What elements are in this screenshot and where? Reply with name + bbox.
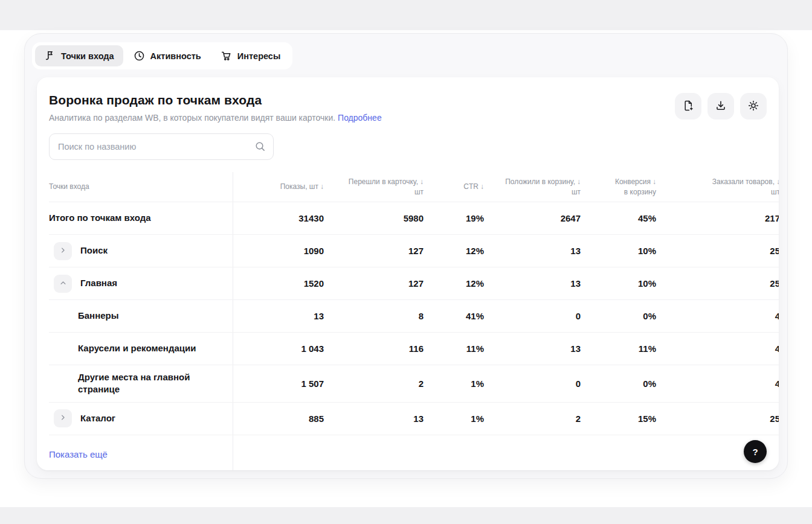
row-label-cell: Другие места на главной странице — [49, 365, 233, 402]
search-field-wrap — [49, 133, 274, 160]
metric-value: 25 — [656, 410, 779, 427]
table-row-main-page: Главная152012712%1310%25 — [49, 267, 779, 300]
metric-value: 15% — [581, 410, 656, 427]
metric-value: 0 — [484, 307, 581, 325]
tab-interests[interactable]: Интересы — [211, 45, 290, 66]
flag-icon — [44, 50, 56, 62]
page-bottom-background — [0, 507, 812, 524]
metric-value: 116 — [324, 340, 424, 357]
metric-value: 4 — [656, 375, 779, 392]
table-row-total: Итого по точкам входа31430598019%264745%… — [49, 202, 779, 235]
help-button[interactable]: ? — [744, 440, 767, 463]
metric-value: 127 — [324, 242, 424, 260]
gear-icon — [747, 100, 759, 113]
search-input[interactable] — [49, 133, 274, 160]
metric-value: 11% — [424, 340, 484, 357]
metric-value: 25 — [656, 275, 779, 292]
section-tabs: Точки входаАктивностьИнтересы — [32, 42, 292, 69]
page-top-background — [0, 0, 812, 30]
sort-arrow-down-icon: ↓ — [776, 177, 779, 186]
metric-value: 13 — [233, 307, 324, 325]
metric-value: 10% — [581, 242, 656, 260]
panel-actions — [675, 93, 767, 120]
panel-heading: Воронка продаж по точкам входа Аналитика… — [49, 93, 382, 123]
metric-value: 13 — [484, 340, 581, 357]
metric-value: 2 — [324, 375, 424, 392]
row-label: Каталог — [80, 412, 115, 424]
metric-value: 12% — [424, 275, 484, 292]
clock-icon — [134, 50, 145, 62]
metric-value: 1520 — [233, 275, 324, 292]
metric-value: 217 — [656, 209, 779, 227]
file-plus-icon — [682, 100, 694, 113]
column-header[interactable]: CTR↓ — [424, 178, 484, 195]
expand-row-button[interactable] — [54, 242, 72, 260]
entry-points-table: Точки входаПоказы, шт↓Перешли в карточку… — [49, 172, 779, 470]
metric-value: 12% — [424, 242, 484, 260]
metric-value: 13 — [484, 275, 581, 292]
search-icon — [254, 141, 266, 152]
page-subtitle: Аналитика по разделам WB, в которых поку… — [49, 113, 382, 123]
row-label: Итого по точкам входа — [49, 212, 151, 224]
collapse-row-button[interactable] — [54, 275, 72, 293]
table-row-other-places: Другие места на главной странице1 50721%… — [49, 365, 779, 403]
metric-value: 4 — [656, 307, 779, 325]
metric-value: 31430 — [233, 209, 324, 227]
export-report-button[interactable] — [675, 93, 701, 120]
tab-entry-points[interactable]: Точки входа — [35, 45, 123, 66]
metric-value: 25 — [656, 242, 779, 260]
row-label: Поиск — [80, 244, 108, 257]
metric-value: 127 — [324, 275, 424, 292]
column-header[interactable]: Перешли в карточку,↓шт — [324, 173, 424, 200]
metric-value: 2 — [484, 410, 581, 427]
download-icon — [715, 100, 727, 113]
row-label-cell: Итого по точкам входа — [49, 202, 233, 234]
details-link[interactable]: Подробнее — [338, 113, 382, 123]
chevron-right-icon — [59, 246, 68, 257]
row-label-cell: Карусели и рекомендации — [49, 333, 233, 365]
column-header[interactable]: Показы, шт↓ — [233, 178, 324, 195]
show-more-link[interactable]: Показать ещё — [49, 449, 108, 459]
chevron-right-icon — [59, 413, 68, 424]
metric-value: 1 507 — [233, 375, 324, 392]
column-header[interactable]: Конверсия↓в корзину — [581, 173, 656, 200]
cart-icon — [221, 50, 232, 62]
row-label: Другие места на главной странице — [78, 371, 223, 396]
metric-value: 1% — [424, 375, 484, 392]
table-row-banners: Баннеры13841%00%4 — [49, 300, 779, 333]
table-row-catalog: Каталог885131%215%25 — [49, 403, 779, 435]
row-label-cell: Главная — [49, 267, 233, 299]
page-title: Воронка продаж по точкам входа — [49, 93, 382, 107]
show-more-cell: Показать ещё — [49, 435, 233, 471]
row-label: Главная — [80, 277, 117, 289]
metric-value: 19% — [424, 209, 484, 227]
table-footer-row: Показать ещё — [49, 435, 779, 471]
settings-button[interactable] — [740, 93, 767, 120]
metric-value: 10% — [581, 275, 656, 292]
table-row-carousels: Карусели и рекомендации1 04311611%1311%4 — [49, 333, 779, 365]
row-label-cell: Каталог — [49, 403, 233, 435]
tab-label: Активность — [150, 51, 201, 61]
table-row-search: Поиск109012712%1310%25 — [49, 235, 779, 267]
tab-label: Точки входа — [61, 51, 114, 61]
metric-value: 2647 — [484, 209, 581, 227]
row-label-cell: Баннеры — [49, 300, 233, 332]
tab-label: Интересы — [237, 51, 281, 61]
metric-value: 1090 — [233, 242, 324, 260]
metric-value: 45% — [581, 209, 656, 227]
analytics-section-card: Точки входаАктивностьИнтересы Воронка пр… — [24, 33, 788, 479]
column-header[interactable]: Заказали товаров,↓шт — [656, 173, 779, 200]
row-label-cell: Поиск — [49, 235, 233, 267]
chevron-up-icon — [59, 278, 68, 289]
table-header-row: Точки входаПоказы, шт↓Перешли в карточку… — [49, 172, 779, 202]
metric-value: 0 — [484, 375, 581, 392]
metric-value: 13 — [484, 242, 581, 260]
tab-activity[interactable]: Активность — [124, 45, 210, 66]
expand-row-button[interactable] — [54, 409, 72, 427]
metric-value: 5980 — [324, 209, 424, 227]
download-button[interactable] — [707, 93, 734, 120]
metric-value: 1% — [424, 410, 484, 427]
metric-value: 8 — [324, 307, 424, 325]
row-label: Баннеры — [78, 310, 119, 322]
column-header[interactable]: Положили в корзину,↓шт — [484, 173, 581, 200]
